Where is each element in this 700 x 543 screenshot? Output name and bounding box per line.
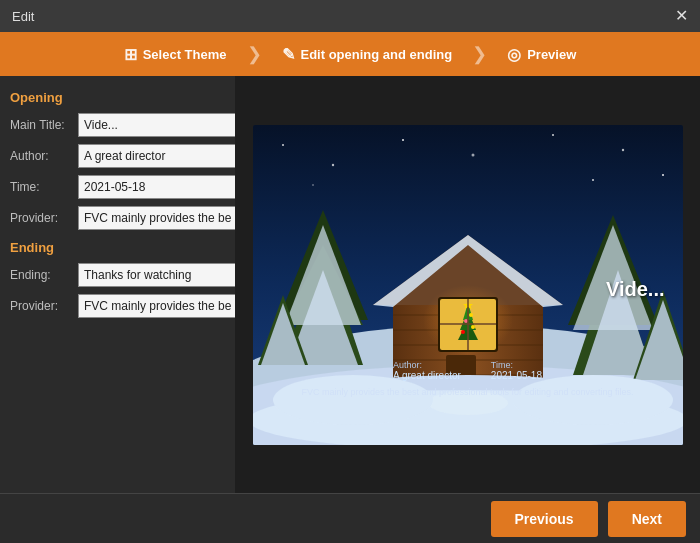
edit-opening-label: Edit opening and ending xyxy=(301,47,453,62)
preview-author-key: Author: xyxy=(393,360,422,370)
preview-meta: Author: A great director Time: 2021-05-1… xyxy=(274,360,661,397)
author-input[interactable] xyxy=(78,144,235,168)
author-label: Author: xyxy=(10,149,78,163)
separator-2: ❯ xyxy=(470,43,489,65)
ending-row: Ending: xyxy=(10,263,225,287)
svg-point-8 xyxy=(312,184,314,186)
ending-section-title: Ending xyxy=(10,240,225,255)
svg-point-40 xyxy=(471,325,475,329)
svg-point-39 xyxy=(461,330,465,334)
title-bar: Edit ✕ xyxy=(0,0,700,32)
toolbar-select-theme[interactable]: ⊞ Select Theme xyxy=(106,32,245,76)
svg-point-1 xyxy=(282,144,284,146)
theme-icon: ⊞ xyxy=(124,45,137,64)
provider-input[interactable] xyxy=(78,206,235,230)
preview-author-field: Author: A great director xyxy=(393,360,461,381)
select-theme-label: Select Theme xyxy=(143,47,227,62)
preview-meta-row: Author: A great director Time: 2021-05-1… xyxy=(274,360,661,381)
opening-section-title: Opening xyxy=(10,90,225,105)
ending-provider-label: Provider: xyxy=(10,299,78,313)
preview-author-value: A great director xyxy=(393,370,461,381)
svg-point-6 xyxy=(621,148,623,150)
svg-point-9 xyxy=(592,179,594,181)
previous-button[interactable]: Previous xyxy=(491,501,598,537)
close-button[interactable]: ✕ xyxy=(675,8,688,24)
next-button[interactable]: Next xyxy=(608,501,686,537)
main-layout: Opening Main Title: Author: Time: Provid… xyxy=(0,76,700,493)
time-row: Time: xyxy=(10,175,225,199)
ending-provider-row: Provider: xyxy=(10,294,225,318)
preview-time-value: 2021-05-18 xyxy=(491,370,542,381)
dialog-title: Edit xyxy=(12,9,34,24)
preview-icon: ◎ xyxy=(507,45,521,64)
ending-provider-input[interactable] xyxy=(78,294,235,318)
main-title-input[interactable] xyxy=(78,113,235,137)
toolbar-preview[interactable]: ◎ Preview xyxy=(489,32,594,76)
preview-label: Preview xyxy=(527,47,576,62)
toolbar: ⊞ Select Theme ❯ ✎ Edit opening and endi… xyxy=(0,32,700,76)
right-panel: Vide... Author: A great director Time: 2… xyxy=(235,76,700,493)
main-title-label: Main Title: xyxy=(10,118,78,132)
time-input[interactable] xyxy=(78,175,235,199)
preview-provider: FVC mainly provides the best and profess… xyxy=(301,387,633,397)
preview-card: Vide... Author: A great director Time: 2… xyxy=(253,125,683,445)
svg-point-5 xyxy=(552,134,554,136)
time-label: Time: xyxy=(10,180,78,194)
preview-time-key: Time: xyxy=(491,360,513,370)
preview-title: Vide... xyxy=(606,278,665,301)
main-title-row: Main Title: xyxy=(10,113,225,137)
edit-icon: ✎ xyxy=(282,45,295,64)
left-panel: Opening Main Title: Author: Time: Provid… xyxy=(0,76,235,493)
author-row: Author: xyxy=(10,144,225,168)
bottom-bar: Previous Next xyxy=(0,493,700,543)
preview-time-field: Time: 2021-05-18 xyxy=(491,360,542,381)
toolbar-edit-opening[interactable]: ✎ Edit opening and ending xyxy=(264,32,471,76)
svg-point-2 xyxy=(331,163,333,165)
separator-1: ❯ xyxy=(245,43,264,65)
svg-point-4 xyxy=(471,153,474,156)
provider-label: Provider: xyxy=(10,211,78,225)
svg-point-42 xyxy=(469,313,473,317)
provider-row: Provider: xyxy=(10,206,225,230)
svg-point-7 xyxy=(662,174,664,176)
svg-point-3 xyxy=(402,139,404,141)
ending-label: Ending: xyxy=(10,268,78,282)
ending-input[interactable] xyxy=(78,263,235,287)
